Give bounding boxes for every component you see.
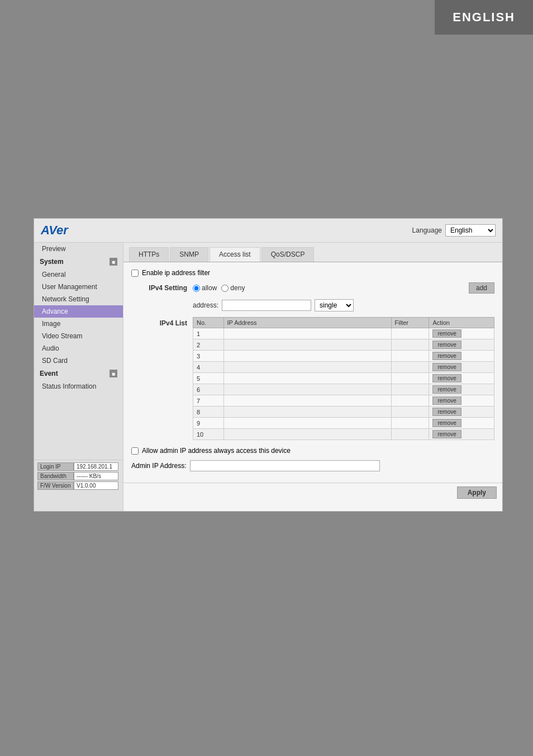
sidebar-item-status-information[interactable]: Status Information [34, 380, 123, 393]
content-panel: Enable ip address filter IPv4 Setting al… [123, 262, 502, 483]
remove-button[interactable]: remove [432, 329, 461, 338]
tab-bar: HTTPs SNMP Access list QoS/DSCP [123, 243, 502, 262]
sidebar-item-video-stream[interactable]: Video Stream [34, 330, 123, 342]
col-ip: IP Address [223, 318, 391, 328]
deny-radio-label[interactable]: deny [221, 284, 245, 292]
cell-action: remove [429, 339, 494, 351]
cell-filter [391, 373, 429, 384]
system-label: System [40, 258, 64, 266]
remove-button[interactable]: remove [432, 374, 461, 382]
remove-button[interactable]: remove [432, 352, 461, 360]
sidebar-item-general[interactable]: General [34, 268, 123, 281]
cell-no: 2 [193, 339, 224, 351]
allow-admin-checkbox[interactable] [131, 447, 139, 455]
cell-ip [223, 373, 391, 384]
address-row: address: single network range [193, 299, 494, 311]
cell-filter [391, 429, 429, 440]
allow-admin-label: Allow admin IP address always access thi… [142, 447, 291, 455]
fw-version-label: F/W Version [37, 481, 74, 490]
col-no: No. [193, 318, 224, 328]
cell-action: remove [429, 384, 494, 395]
cell-action: remove [429, 328, 494, 339]
cell-ip [223, 407, 391, 418]
remove-button[interactable]: remove [432, 385, 461, 394]
cell-action: remove [429, 373, 494, 384]
enable-filter-checkbox[interactable] [131, 270, 139, 277]
allow-label: allow [202, 284, 217, 292]
cell-ip [223, 362, 391, 373]
table-row: 3remove [193, 351, 494, 362]
remove-button[interactable]: remove [432, 430, 461, 438]
login-ip-row: Login IP 192.168.201.1 [37, 462, 120, 471]
cell-ip [223, 328, 391, 339]
cell-action: remove [429, 429, 494, 440]
enable-filter-label: Enable ip address filter [142, 269, 210, 277]
cell-ip [223, 384, 391, 395]
cell-action: remove [429, 418, 494, 429]
cell-action: remove [429, 407, 494, 418]
cell-no: 6 [193, 384, 224, 395]
app-container: AVer Language English 中文 Preview System … [34, 218, 503, 512]
cell-ip [223, 418, 391, 429]
event-toggle-icon: ■ [110, 370, 117, 377]
sidebar-item-event[interactable]: Event ■ [34, 367, 123, 380]
cell-ip [223, 429, 391, 440]
cell-ip [223, 351, 391, 362]
sidebar-item-user-management[interactable]: User Management [34, 281, 123, 293]
allow-radio-label[interactable]: allow [193, 284, 217, 292]
remove-button[interactable]: remove [432, 341, 461, 349]
cell-no: 9 [193, 418, 224, 429]
sidebar-item-image[interactable]: Image [34, 318, 123, 330]
table-row: 5remove [193, 373, 494, 384]
table-row: 6remove [193, 384, 494, 395]
sidebar-item-system[interactable]: System ■ [34, 255, 123, 268]
address-input[interactable] [222, 300, 311, 311]
add-button[interactable]: add [469, 282, 494, 294]
cell-filter [391, 384, 429, 395]
tab-qos-dscp[interactable]: QoS/DSCP [261, 247, 315, 262]
tab-access-list[interactable]: Access list [210, 247, 260, 262]
login-ip-label: Login IP [37, 462, 74, 471]
language-select[interactable]: English 中文 [445, 224, 496, 237]
tab-snmp[interactable]: SNMP [170, 247, 208, 262]
remove-button[interactable]: remove [432, 363, 461, 371]
cell-filter [391, 339, 429, 351]
cell-no: 3 [193, 351, 224, 362]
logo-text: AVer [41, 223, 68, 237]
allow-radio[interactable] [193, 285, 200, 292]
remove-button[interactable]: remove [432, 396, 461, 405]
header-bar: AVer Language English 中文 [34, 219, 502, 243]
apply-button[interactable]: Apply [457, 486, 497, 499]
sidebar-wrapper: Preview System ■ General User Management… [34, 243, 123, 511]
language-group: Language English 中文 [412, 224, 496, 237]
deny-label: deny [230, 284, 245, 292]
system-toggle-icon: ■ [110, 258, 117, 266]
deny-radio[interactable] [221, 285, 229, 292]
sidebar-item-network-setting[interactable]: Network Setting [34, 293, 123, 305]
filter-type-select[interactable]: single network range [315, 299, 354, 311]
cell-action: remove [429, 362, 494, 373]
table-row: 10remove [193, 429, 494, 440]
ip-table: No. IP Address Filter Action 1remove2rem… [193, 317, 494, 440]
cell-action: remove [429, 351, 494, 362]
allow-admin-row: Allow admin IP address always access thi… [131, 447, 494, 455]
admin-ip-input[interactable] [190, 460, 380, 471]
cell-filter [391, 395, 429, 407]
cell-no: 5 [193, 373, 224, 384]
cell-ip [223, 339, 391, 351]
remove-button[interactable]: remove [432, 419, 461, 427]
ipv4-setting-row: IPv4 Setting allow deny add [131, 282, 494, 294]
language-label: Language [412, 226, 442, 234]
tab-https[interactable]: HTTPs [129, 247, 169, 262]
sidebar-item-preview[interactable]: Preview [34, 243, 123, 255]
ipv4-list-label: IPv4 List [131, 317, 187, 327]
cell-filter [391, 351, 429, 362]
cell-no: 8 [193, 407, 224, 418]
sidebar-item-advance[interactable]: Advance [34, 305, 123, 318]
sidebar-item-sd-card[interactable]: SD Card [34, 355, 123, 367]
cell-filter [391, 418, 429, 429]
ipv4-list-section: IPv4 List No. IP Address Filter Action 1… [131, 317, 494, 440]
sidebar-item-audio[interactable]: Audio [34, 342, 123, 355]
remove-button[interactable]: remove [432, 408, 461, 416]
table-row: 9remove [193, 418, 494, 429]
